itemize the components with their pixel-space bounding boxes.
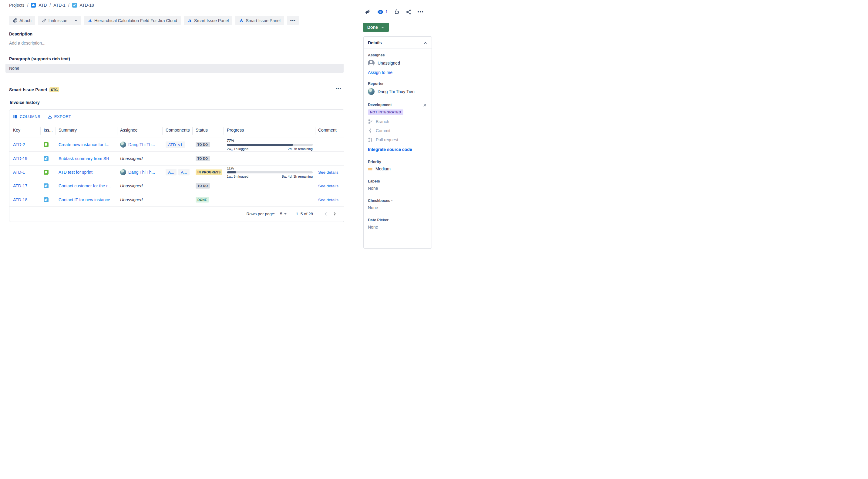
previous-page-button[interactable] [321, 211, 330, 217]
assignee-unassigned: Unassigned [120, 197, 143, 202]
panel-more-button[interactable]: ••• [336, 86, 341, 91]
share-button[interactable] [406, 9, 411, 14]
dismiss-development-button[interactable] [423, 103, 427, 107]
checkboxes-label: Checkboxes - [368, 199, 427, 203]
priority-field[interactable]: Medium [368, 166, 427, 171]
table-body: ATD-2Create new instance for t...Dang Th… [9, 138, 344, 207]
app-button-hierarchical-calculation[interactable]: Hierarchical Calculation Field For Jira … [84, 16, 181, 25]
table-row: ATD-19Subtask summary from SRUnassignedT… [9, 152, 344, 165]
toolbar-more-button[interactable]: ••• [287, 16, 299, 25]
feedback-megaphone-button[interactable] [365, 9, 371, 14]
see-details-link[interactable]: See details [318, 184, 338, 188]
share-icon [406, 9, 411, 14]
paragraph-field-value[interactable]: None [5, 64, 344, 73]
description-placeholder[interactable]: Add a description... [9, 41, 45, 45]
col-header-issuetype[interactable]: Iss... [44, 128, 53, 132]
priority-label: Priority [368, 160, 427, 164]
assignee-link[interactable]: Dang Thi Th... [128, 142, 155, 147]
chevron-right-icon [333, 212, 337, 216]
link-issue-button[interactable]: Link issue [38, 16, 71, 25]
smart-issue-panel-title: Smart Issue Panel [9, 87, 47, 92]
issue-summary-link[interactable]: Create new instance for t... [59, 142, 109, 147]
priority-medium-icon [368, 168, 372, 170]
details-panel-header[interactable]: Details [364, 37, 432, 49]
export-button[interactable]: EXPORT [48, 114, 71, 119]
col-header-status[interactable]: Status [196, 128, 208, 132]
see-details-link[interactable]: See details [318, 198, 338, 202]
issue-summary-link[interactable]: ATD test for sprint [59, 170, 93, 174]
labels-value[interactable]: None [368, 186, 427, 191]
table-row: ATD-1ATD test for sprintDang Thi Th...A.… [9, 165, 344, 179]
status-chip: DONE [196, 197, 209, 202]
breadcrumb-projects[interactable]: Projects [9, 3, 25, 7]
assignee-unassigned: Unassigned [120, 156, 143, 161]
col-header-components[interactable]: Components [165, 128, 190, 132]
not-integrated-badge: NOT INTEGRATED [368, 109, 403, 115]
subtask-icon [72, 3, 77, 7]
columns-button[interactable]: COLUMNS [13, 114, 40, 119]
checkboxes-value[interactable]: None [368, 205, 427, 210]
issue-key-link[interactable]: ATD-17 [13, 183, 27, 188]
progress-percent: 11% [227, 166, 313, 170]
next-page-button[interactable] [330, 211, 339, 217]
col-header-comment[interactable]: Comment [318, 128, 337, 132]
app-button-smart-issue-panel-2[interactable]: Smart Issue Panel [235, 16, 284, 25]
date-picker-value[interactable]: None [368, 225, 427, 229]
watch-button[interactable]: 1 [377, 9, 388, 14]
vote-button[interactable] [394, 9, 400, 14]
breadcrumb-project[interactable]: ATD [38, 3, 47, 7]
details-panel: Details Assignee Unassigned Assign to me… [363, 36, 432, 240]
dev-commit-item[interactable]: Commit [368, 128, 427, 133]
assignee-label: Assignee [368, 53, 427, 57]
subtask-icon [44, 183, 49, 188]
project-avatar-icon [31, 3, 36, 7]
status-chip: IN PROGRESS [196, 169, 222, 175]
link-icon [42, 18, 46, 23]
progress-percent: 77% [227, 138, 313, 143]
issue-summary-link[interactable]: Contact customer for the r... [59, 183, 111, 188]
component-chip[interactable]: A... [178, 169, 189, 175]
col-header-assignee[interactable]: Assignee [120, 128, 138, 132]
issue-key-link[interactable]: ATD-1 [13, 170, 25, 174]
col-header-summary[interactable]: Summary [59, 128, 77, 132]
assign-to-me-link[interactable]: Assign to me [368, 70, 393, 75]
assignee-unassigned: Unassigned [120, 183, 143, 188]
columns-icon [13, 114, 18, 119]
attach-button[interactable]: Attach [9, 16, 35, 25]
issue-key-link[interactable]: ATD-2 [13, 142, 25, 147]
status-done-button[interactable]: Done [363, 23, 389, 32]
rows-per-page-select[interactable]: 5 [280, 212, 287, 216]
app-button-smart-issue-panel-1[interactable]: Smart Issue Panel [184, 16, 232, 25]
dev-pull-request-item[interactable]: Pull request [368, 137, 427, 142]
col-header-key[interactable]: Key [13, 128, 20, 132]
collapse-details-button[interactable] [423, 41, 427, 45]
development-header: Development [368, 103, 427, 107]
issue-key-link[interactable]: ATD-18 [13, 197, 27, 202]
integrate-source-code-link[interactable]: Integrate source code [368, 147, 412, 152]
unassigned-avatar-icon [368, 60, 375, 66]
labels-label: Labels [368, 179, 427, 183]
issue-summary-link[interactable]: Subtask summary from SR [59, 156, 109, 161]
invoice-table-card: COLUMNS EXPORT Key Iss... Summary Assign… [9, 109, 344, 222]
see-details-link[interactable]: See details [318, 170, 338, 174]
story-icon [44, 170, 49, 174]
eye-icon [377, 10, 384, 14]
component-chip[interactable]: A... [165, 169, 177, 175]
assignee-link[interactable]: Dang Thi Th... [128, 170, 155, 174]
issue-key-link[interactable]: ATD-19 [13, 156, 27, 161]
dev-branch-item[interactable]: Branch [368, 119, 427, 124]
progress-cell: 11%1w,, 5h logged8w, 4d, 3h remaining [227, 166, 313, 178]
breadcrumb-current-issue[interactable]: ATD-18 [80, 3, 94, 7]
breadcrumb-parent-issue[interactable]: ATD-1 [53, 3, 65, 7]
description-title: Description [9, 32, 32, 36]
component-chip[interactable]: ATD_v1 [165, 141, 185, 148]
issue-more-button[interactable]: ••• [417, 9, 424, 14]
issue-summary-link[interactable]: Contact IT for new instance [59, 197, 110, 202]
link-issue-dropdown-button[interactable] [71, 16, 81, 25]
col-header-progress[interactable]: Progress [227, 128, 244, 132]
reporter-field[interactable]: Dang Thi Thuy Tien [368, 88, 427, 95]
header-divider [0, 10, 349, 10]
table-header-row: Key Iss... Summary Assignee Components S… [9, 123, 344, 138]
assignee-field[interactable]: Unassigned [368, 60, 427, 66]
assignee-value: Unassigned [378, 61, 400, 65]
